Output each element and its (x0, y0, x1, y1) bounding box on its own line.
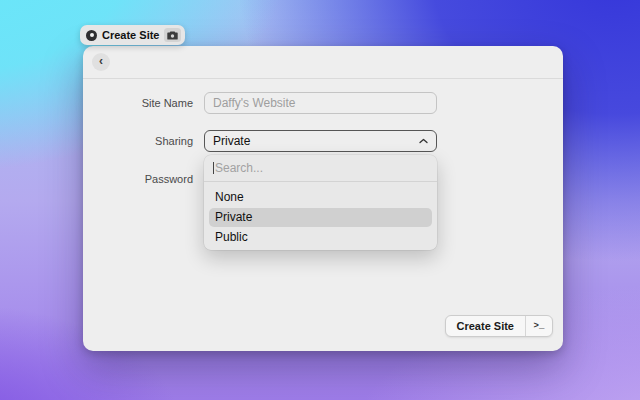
chevron-up-icon (419, 138, 428, 144)
back-button[interactable]: ‹ (92, 53, 110, 71)
dropdown-option-none[interactable]: None (209, 188, 432, 207)
dropdown-search-placeholder: Search... (215, 161, 263, 175)
window-header: ‹ (83, 46, 563, 79)
create-site-split-button: Create Site >_ (445, 315, 553, 337)
dropdown-option-private[interactable]: Private (209, 208, 432, 227)
text-caret (213, 162, 214, 174)
dropdown-search-input[interactable]: Search... (204, 155, 437, 182)
window-capture-tab[interactable]: Create Site (80, 25, 185, 45)
camera-button[interactable] (164, 28, 181, 42)
site-name-label: Site Name (83, 92, 193, 114)
sharing-label: Sharing (83, 130, 193, 152)
terminal-prompt-icon: >_ (534, 321, 545, 331)
shortcut-segment[interactable]: >_ (525, 316, 552, 336)
site-name-input[interactable] (204, 92, 437, 114)
sharing-dropdown-panel: Search... NonePrivatePublic (204, 155, 437, 250)
app-icon (86, 30, 97, 41)
sharing-select-value: Private (213, 134, 250, 148)
camera-icon (167, 31, 178, 40)
create-site-window: ‹ Site Name Sharing Private Password Sea… (83, 46, 563, 351)
chevron-left-icon: ‹ (99, 55, 103, 67)
sharing-select[interactable]: Private (204, 130, 437, 152)
dropdown-option-public[interactable]: Public (209, 228, 432, 247)
dropdown-options: NonePrivatePublic (204, 182, 437, 250)
password-label: Password (83, 168, 193, 190)
capture-tab-title: Create Site (102, 29, 159, 41)
create-site-button[interactable]: Create Site (446, 316, 525, 336)
